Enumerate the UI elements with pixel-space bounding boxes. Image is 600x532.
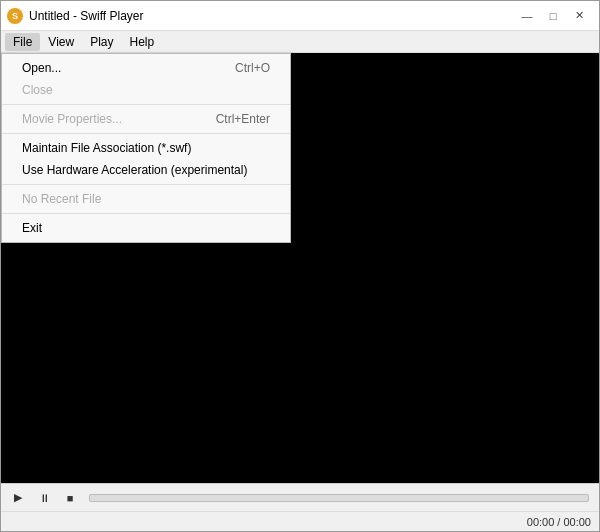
menu-exit-label: Exit (22, 221, 42, 235)
menu-movie-props-shortcut: Ctrl+Enter (216, 112, 270, 126)
play-button[interactable]: ▶ (7, 487, 29, 509)
close-button[interactable]: ✕ (567, 6, 591, 26)
menu-close: Close (2, 79, 290, 101)
menu-play[interactable]: Play (82, 33, 121, 51)
controls-row: ▶ ⏸ ■ (1, 484, 599, 511)
app-window: S Untitled - Swiff Player — □ ✕ File Vie… (0, 0, 600, 532)
menu-hw-accel-label: Use Hardware Acceleration (experimental) (22, 163, 247, 177)
maximize-button[interactable]: □ (541, 6, 565, 26)
progress-bar[interactable] (89, 494, 589, 502)
minimize-button[interactable]: — (515, 6, 539, 26)
menu-exit[interactable]: Exit (2, 217, 290, 239)
menu-bar: File View Play Help Open... Ctrl+O Close… (1, 31, 599, 53)
menu-maintain-assoc-label: Maintain File Association (*.swf) (22, 141, 191, 155)
menu-movie-props: Movie Properties... Ctrl+Enter (2, 108, 290, 130)
title-bar-left: S Untitled - Swiff Player (7, 8, 144, 24)
menu-open[interactable]: Open... Ctrl+O (2, 57, 290, 79)
separator-1 (2, 104, 290, 105)
window-title: Untitled - Swiff Player (29, 9, 144, 23)
separator-3 (2, 184, 290, 185)
menu-file[interactable]: File (5, 33, 40, 51)
menu-maintain-assoc[interactable]: Maintain File Association (*.swf) (2, 137, 290, 159)
menu-no-recent: No Recent File (2, 188, 290, 210)
app-icon: S (7, 8, 23, 24)
menu-open-label: Open... (22, 61, 61, 75)
pause-button[interactable]: ⏸ (33, 487, 55, 509)
menu-help[interactable]: Help (121, 33, 162, 51)
separator-2 (2, 133, 290, 134)
bottom-bar: ▶ ⏸ ■ 00:00 / 00:00 (1, 483, 599, 531)
window-controls: — □ ✕ (515, 6, 591, 26)
menu-movie-props-label: Movie Properties... (22, 112, 122, 126)
menu-open-shortcut: Ctrl+O (235, 61, 270, 75)
status-row: 00:00 / 00:00 (1, 511, 599, 531)
stop-button[interactable]: ■ (59, 487, 81, 509)
title-bar: S Untitled - Swiff Player — □ ✕ (1, 1, 599, 31)
separator-4 (2, 213, 290, 214)
menu-no-recent-label: No Recent File (22, 192, 101, 206)
file-dropdown: Open... Ctrl+O Close Movie Properties...… (1, 53, 291, 243)
time-display: 00:00 / 00:00 (527, 516, 591, 528)
menu-close-label: Close (22, 83, 53, 97)
menu-view[interactable]: View (40, 33, 82, 51)
menu-hw-accel[interactable]: Use Hardware Acceleration (experimental) (2, 159, 290, 181)
